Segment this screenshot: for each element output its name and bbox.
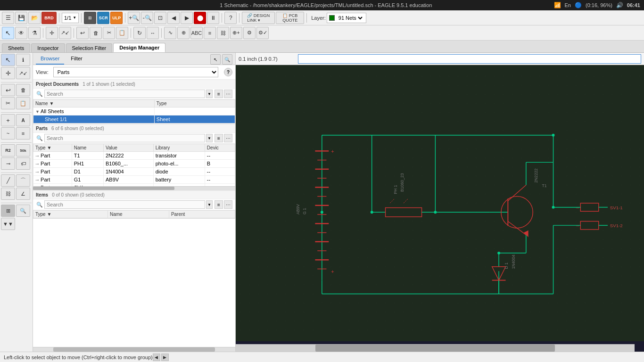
table-row[interactable]: Sheet 1/1 Sheet <box>33 115 235 123</box>
pin-lt-btn[interactable]: ⊸ <box>1 157 15 170</box>
drc-tool[interactable]: ⚙✓ <box>256 27 269 39</box>
select-lt-btn[interactable]: ↖ <box>1 54 15 66</box>
dm-nav-icon[interactable]: ↖ <box>210 54 221 65</box>
bus-tool[interactable]: ≡ <box>204 27 216 39</box>
pcb-quote-button[interactable]: 📋 PCBQUOTE <box>276 12 304 24</box>
text-lt-btn[interactable]: A <box>16 114 30 126</box>
dm-zoom-icon[interactable]: 🔍 <box>222 54 232 65</box>
nav-next-button[interactable]: ▶ <box>161 354 169 361</box>
project-more-btn[interactable]: ⋯ <box>224 90 232 98</box>
copy-lt-btn[interactable]: 📋 <box>16 97 30 109</box>
label-tool[interactable]: ABC <box>190 27 203 39</box>
chain-lt-btn[interactable]: ⛓ <box>1 188 15 200</box>
coord-input[interactable] <box>298 54 641 64</box>
new-button[interactable]: ☰ <box>2 12 14 24</box>
show-tool[interactable]: 👁 <box>15 27 27 39</box>
cut-lt-btn[interactable]: ✂ <box>1 97 15 109</box>
save-button[interactable]: 💾 <box>15 12 27 24</box>
stop-button[interactable]: ⬤ <box>194 12 206 24</box>
50k-btn[interactable]: 50k <box>16 144 30 156</box>
line-lt-btn[interactable]: ╱ <box>1 174 15 187</box>
pause-button[interactable]: ⏸ <box>207 12 219 24</box>
design-link-button[interactable]: 🔗 DESIGNLINK ▾ <box>242 12 275 24</box>
project-search-input[interactable] <box>44 90 205 98</box>
table-row[interactable]: ⊸ Part PH1 B1060_... photo-el... B <box>33 160 235 168</box>
table-row[interactable]: ⊸ Part G1 AB9V battery -- <box>33 176 235 184</box>
tab-sheets[interactable]: Sheets <box>2 43 30 52</box>
delete-tool[interactable]: 🗑 <box>90 27 102 39</box>
subtab-browser[interactable]: Browser <box>36 54 64 65</box>
copy-tool[interactable]: ↗↙ <box>59 27 71 39</box>
down-btn[interactable]: ▼▼ <box>1 218 15 230</box>
r2-btn[interactable]: R2 <box>1 144 15 156</box>
move-lt-btn[interactable]: ✛ <box>1 67 15 79</box>
ulp-button[interactable]: ULP <box>110 12 123 24</box>
sheet-selector[interactable]: 1/1 ▼ <box>62 13 79 23</box>
dm-hscrollbar[interactable] <box>33 347 235 352</box>
tab-inspector[interactable]: Inspector <box>31 43 65 52</box>
undo-tool[interactable]: ↩ <box>76 27 89 39</box>
subtab-filter[interactable]: Filter <box>66 54 87 65</box>
view-dropdown[interactable]: Parts Nets Components <box>53 67 218 77</box>
parts-search-input[interactable] <box>44 134 205 142</box>
settings-tool[interactable]: ⚙ <box>243 27 256 39</box>
junction-tool[interactable]: ⊕ <box>177 27 190 39</box>
tab-design-manager[interactable]: Design Manager <box>113 43 165 52</box>
grid-button[interactable]: ⊞ <box>84 12 96 24</box>
undo-lt-btn[interactable]: ↩ <box>1 84 15 96</box>
label-lt-btn[interactable]: 🏷 <box>16 157 30 170</box>
paste-tool[interactable]: 📋 <box>116 27 128 39</box>
table-row[interactable]: ▼All Sheets <box>33 107 235 115</box>
zoom-out-button[interactable]: -🔍 <box>141 12 153 24</box>
items-search-input[interactable] <box>44 200 205 209</box>
schematic-canvas-area[interactable]: 0.1 inch (1.9 0.7) <box>236 53 644 352</box>
bus-lt-btn[interactable]: ≡ <box>16 127 30 140</box>
parts-hscrollbar[interactable] <box>33 186 235 190</box>
zoom-in-button[interactable]: +🔍 <box>128 12 140 24</box>
zoom-prev-button[interactable]: ◀ <box>167 12 180 24</box>
zoom-lt-btn[interactable]: 🔍 <box>16 205 30 217</box>
schematic-view[interactable]: + + G 1 AB9V <box>236 65 644 341</box>
mirror-tool[interactable]: ↔ <box>147 27 159 39</box>
info-lt-btn[interactable]: ℹ <box>16 54 30 66</box>
angle-lt-btn[interactable]: ∠ <box>16 188 30 200</box>
part-device: -- <box>205 176 235 184</box>
table-row[interactable]: ⊸ Part D1 1N4004 diode -- <box>33 168 235 176</box>
add-lt-btn[interactable]: + <box>1 114 15 126</box>
items-list-btn[interactable]: ≡ <box>215 200 223 209</box>
select-tool[interactable]: ↖ <box>2 27 14 39</box>
layer-selector[interactable]: 91 Nets <box>327 13 366 23</box>
filter-tool[interactable]: ⚗ <box>28 27 41 39</box>
grid-lt-btn[interactable]: ⊞ <box>1 205 15 217</box>
net-lt-btn[interactable]: ~ <box>1 127 15 140</box>
brd-button[interactable]: BRD <box>41 12 57 24</box>
help-button[interactable]: ? <box>224 12 237 24</box>
scr-button[interactable]: SCR <box>97 12 109 24</box>
col-value-h: Value <box>103 144 153 152</box>
parts-list-btn[interactable]: ≡ <box>215 134 223 142</box>
zoom-next-button[interactable]: ▶ <box>181 12 193 24</box>
layer-dropdown[interactable]: 91 Nets <box>337 15 364 21</box>
nav-prev-button[interactable]: ◀ <box>153 354 160 361</box>
table-row[interactable]: ⊸ Part T1 2N2222 transistor -- <box>33 152 235 160</box>
cut-tool[interactable]: ✂ <box>103 27 115 39</box>
parts-more-btn[interactable]: ⋯ <box>224 134 232 142</box>
canvas-hscrollbar[interactable] <box>236 344 635 352</box>
netclass-tool[interactable]: ⛓ <box>217 27 229 39</box>
open-button[interactable]: 📂 <box>28 12 41 24</box>
items-search-dropdown[interactable]: ▼ <box>206 200 213 209</box>
wire-tool[interactable]: ∿ <box>164 27 176 39</box>
mirror-lt-btn[interactable]: ↗↙ <box>16 67 30 79</box>
add-tool[interactable]: ⊕+ <box>230 27 242 39</box>
project-search-dropdown[interactable]: ▼ <box>206 90 213 98</box>
arc-lt-btn[interactable]: ⌒ <box>16 174 30 187</box>
move-tool[interactable]: ✛ <box>46 27 58 39</box>
project-list-btn[interactable]: ≡ <box>215 90 223 98</box>
parts-search-dropdown[interactable]: ▼ <box>206 134 213 142</box>
view-help-button[interactable]: ? <box>224 68 232 76</box>
trash-lt-btn[interactable]: 🗑 <box>16 84 30 96</box>
items-more-btn[interactable]: ⋯ <box>224 200 232 209</box>
rotate-tool[interactable]: ↻ <box>133 27 146 39</box>
tab-selection-filter[interactable]: Selection Filter <box>66 43 113 52</box>
zoom-fit-button[interactable]: ⊡ <box>154 12 166 24</box>
